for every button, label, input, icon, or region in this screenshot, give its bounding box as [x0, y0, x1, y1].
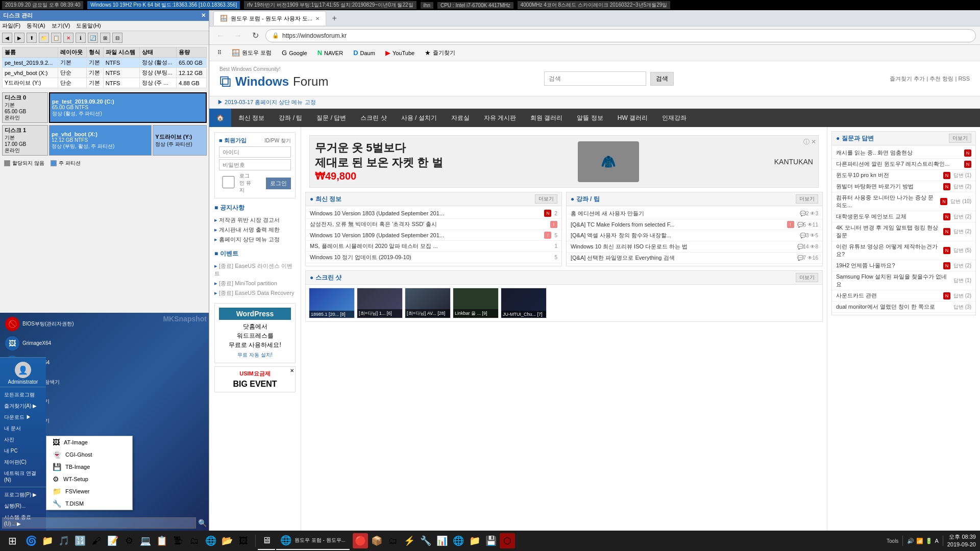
screenshot-more[interactable]: 더보기	[796, 273, 818, 282]
toolbar-back[interactable]: ◀	[2, 33, 12, 43]
submenu-fsviewer[interactable]: 📁 FSViewer	[46, 485, 132, 497]
menu-control-panel[interactable]: 제어판(C)	[0, 457, 46, 468]
qa-item-4[interactable]: 원빌더 바탕화면 바로가기 방법 N 답변 (2)	[832, 181, 975, 192]
qa-item-12[interactable]: dual monitor에서 열렸던 창이 한 쪽으로 답변 (3)	[832, 302, 975, 313]
desktop-search-input[interactable]	[2, 517, 196, 529]
ad-close-icon[interactable]: ⓘ ✕	[803, 138, 816, 146]
tray-battery-icon[interactable]: 🔋	[925, 538, 933, 544]
ql-regedit[interactable]: 📋	[154, 533, 169, 548]
thumb-5[interactable]: JU-MTUI_Chu... [7]	[501, 288, 547, 318]
system-clock[interactable]: 오후 08:39 2019-09-20	[947, 533, 976, 549]
ql-calculator[interactable]: 🔢	[72, 533, 88, 548]
forum-search-button[interactable]: 검색	[650, 72, 674, 86]
ql-image[interactable]: 🖼	[236, 533, 251, 548]
submenu-at-image[interactable]: 🖼 AT-Image	[46, 436, 132, 448]
qa-item-10[interactable]: Samsung Flow 설치된 파일을 찾을수가 없네요 답변 (1)	[832, 271, 975, 290]
taskbar-browser[interactable]: 🌐 원도우 포럼 - 원도우...	[276, 532, 350, 550]
back-button[interactable]: ←	[213, 29, 228, 43]
submenu-t-dism[interactable]: 🔧 T.DISM	[46, 497, 132, 510]
browser-tab-active[interactable]: 🪟 원도우 포럼 - 원도우 사용자 도... ✕	[213, 11, 326, 26]
taskbar-app-2[interactable]: 📦	[369, 533, 384, 548]
ad-tplus-close[interactable]: ✕	[290, 368, 294, 373]
qa-item-7[interactable]: 4K 모니터 변경 후 게임 알트탭 링킹 현상 질문 N 답변 (2)	[832, 222, 975, 241]
taskbar-app-red[interactable]: 🔴	[353, 533, 368, 548]
nav-freeboard[interactable]: 자유 게시판	[477, 109, 523, 127]
nav-archive[interactable]: 자료실	[444, 109, 477, 127]
bookmark-windows-forum[interactable]: 🪟 원도우 포럼	[228, 47, 276, 58]
ql-browser[interactable]: 🌐	[203, 533, 218, 548]
bookmark-daum[interactable]: D Daum	[349, 47, 379, 58]
nav-latest[interactable]: 최신 정보	[231, 109, 272, 127]
partition-c[interactable]: pe_test_2019.09.20 (C:) 65.00 GB NTFS 정상…	[49, 92, 207, 123]
nav-hw-gallery[interactable]: HW 갤러리	[610, 109, 655, 127]
desktop-search-icon[interactable]: 🔍	[198, 519, 207, 527]
nav-screenshot[interactable]: 스크린 샷	[353, 109, 394, 127]
toolbar-extra1[interactable]: ⊞	[100, 33, 110, 43]
menu-photos[interactable]: 사진	[0, 434, 46, 445]
menu-help[interactable]: 도움말(H)	[76, 22, 101, 30]
menu-view[interactable]: 보기(V)	[52, 22, 70, 30]
volume-row-0[interactable]: pe_test_2019.9.2... 기본 기본 NTFS 정상 (활성...…	[3, 58, 207, 68]
nav-talent[interactable]: 인재강좌	[655, 109, 694, 127]
taskbar-app-6[interactable]: 📊	[434, 533, 450, 548]
qa-item-3[interactable]: 윈도우10 pro kn 버전 N 답변 (1)	[832, 170, 975, 181]
keep-login-checkbox[interactable]	[219, 176, 238, 188]
thumb-4[interactable]: Linkbar 을 ... [9]	[453, 288, 499, 318]
thumb-2[interactable]: [최+다님] 1... [6]	[357, 288, 403, 318]
lecture-more[interactable]: 더보기	[796, 194, 818, 204]
forward-button[interactable]: →	[231, 29, 245, 43]
news-item-1[interactable]: Windows 10 Version 1803 (Updated Septemb…	[306, 208, 561, 219]
bookmark-favorites[interactable]: ★ 즐기찾기	[421, 47, 459, 58]
nav-usage[interactable]: 사용 / 설치기	[394, 109, 444, 127]
toolbar-folder[interactable]: 📁	[39, 33, 49, 43]
thumb-1[interactable]: 18985.1 [20... [8]	[309, 288, 355, 318]
bookmark-naver[interactable]: N NAVER	[313, 47, 347, 58]
menu-my-pc[interactable]: 내 PC	[0, 445, 46, 457]
volume-row-1[interactable]: pe_vhd_boot (X:) 단순 기본 NTFS 정상 (부팅... 12…	[3, 68, 207, 78]
partition-y[interactable]: Y드라이브 (Y:) 정상 (주 파티션)	[153, 125, 207, 156]
app-gimage[interactable]: 🖼 GrimageX64	[2, 334, 77, 353]
lecture-item-5[interactable]: [Q&A] 선택한 파일명으로 Everything 검색 💬7 👁16	[567, 253, 822, 264]
ql-folder[interactable]: 📁	[40, 533, 55, 548]
qa-item-5[interactable]: 컴퓨터 사용중 모니터만 나가는 증상 문의도... N 답변 (10)	[832, 192, 975, 211]
taskbar-disk-mgmt[interactable]: 🖥	[258, 532, 275, 550]
ql-ie[interactable]: 🌀	[23, 533, 39, 548]
toolbar-delete[interactable]: ✕	[63, 33, 74, 43]
taskbar-app-8[interactable]: 📁	[467, 533, 482, 548]
qa-item-8[interactable]: 이런 유튜브 영상은 어떻게 제작하는건가요? N 답변 (5)	[832, 241, 975, 260]
taskbar-app-10[interactable]: ⬡	[500, 533, 515, 548]
toolbar-forward[interactable]: ▶	[14, 33, 24, 43]
id-pw-find-link[interactable]: ID/PW 찾기	[264, 137, 291, 144]
keep-login-label[interactable]: 로그인 유지	[219, 172, 254, 194]
menu-network[interactable]: 네트워크 연결(N)	[0, 468, 46, 485]
toolbar-up[interactable]: ⬆	[27, 33, 37, 43]
event-item-3[interactable]: [종료] EaseUS Data Recovery	[214, 288, 296, 298]
toolbar-copy[interactable]: 📋	[51, 33, 61, 43]
tab-close-icon[interactable]: ✕	[315, 16, 320, 21]
bookmark-google[interactable]: G Google	[278, 47, 311, 58]
tray-volume-icon[interactable]: 📶	[916, 538, 923, 544]
menu-favorites[interactable]: 즐겨찾기(A) ▶	[0, 400, 46, 412]
refresh-button[interactable]: ↻	[248, 29, 262, 43]
ql-settings[interactable]: ⚙	[121, 533, 137, 548]
login-pw-input[interactable]	[219, 159, 291, 170]
submenu-tb-image[interactable]: 💾 TB-Image	[46, 461, 132, 473]
login-id-input[interactable]	[219, 146, 291, 158]
new-tab-button[interactable]: +	[328, 12, 340, 24]
taskbar-app-3[interactable]: 🗂	[385, 533, 401, 548]
menu-file[interactable]: 파일(F)	[2, 22, 20, 30]
nav-member-gallery[interactable]: 회원 갤러리	[523, 109, 570, 127]
news-item-4[interactable]: MS, 플레이트 시뮬레이터 2020 알파 테스터 모집 ... 1	[306, 241, 561, 252]
qa-item-2[interactable]: 다른파티션에 깔린 윈도우7 레지스트리확인... N	[832, 159, 975, 170]
address-bar[interactable]: 🔒 https://windowsforum.kr	[265, 29, 976, 42]
login-button[interactable]: 로그인	[266, 178, 291, 189]
news-item-5[interactable]: Windows 10 정기 업데이트 (2019-09-10) 5	[306, 252, 561, 263]
menu-my-docs[interactable]: 내 문서	[0, 423, 46, 434]
lecture-item-2[interactable]: [Q&A] TC Make Folders from selected F...…	[567, 219, 822, 230]
tray-network-icon[interactable]: 🔊	[907, 538, 914, 544]
taskbar-app-7[interactable]: 🌐	[451, 533, 466, 548]
toolbar-properties[interactable]: ℹ	[76, 33, 86, 43]
taskbar-app-5[interactable]: 🔧	[418, 533, 433, 548]
lecture-item-4[interactable]: Windows 10 최신 프리뷰 ISO 다운로드 하는 법 💬14 👁8	[567, 241, 822, 253]
thumb-3[interactable]: [최+다님] AV... [28]	[405, 288, 451, 318]
